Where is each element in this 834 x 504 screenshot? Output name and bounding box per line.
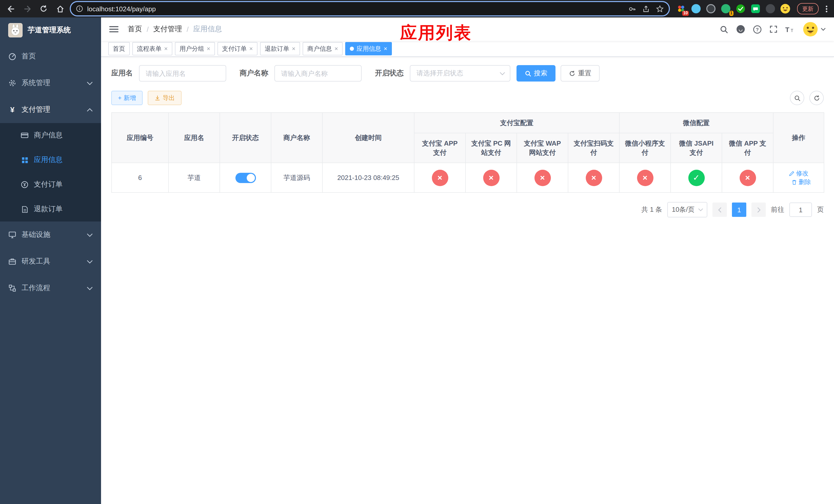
refresh-icon: [813, 95, 820, 101]
next-page-button[interactable]: [751, 203, 766, 217]
cell-actions: 修改 删除: [773, 163, 824, 192]
search-button[interactable]: 搜索: [517, 65, 555, 82]
col-header-wechat-jsapi: 微信 JSAPI 支付: [671, 133, 722, 163]
close-icon[interactable]: ×: [292, 46, 295, 52]
page-content: 应用名 商户名称 开启状态 请选择开启状态: [101, 57, 834, 504]
goto-page-input[interactable]: [789, 203, 812, 217]
browser-back-button[interactable]: [5, 3, 16, 14]
cell-app-id: 6: [112, 163, 169, 192]
close-icon[interactable]: ×: [334, 46, 338, 52]
collapse-sidebar-icon[interactable]: [109, 26, 118, 32]
extension-puzzle-icon[interactable]: [765, 4, 775, 14]
app-name-label: 应用名: [111, 69, 133, 78]
prev-page-button[interactable]: [712, 203, 727, 217]
app-logo: [8, 23, 23, 38]
card-icon: [21, 131, 29, 139]
browser-reload-button[interactable]: [38, 3, 49, 14]
status-select-placeholder: 请选择开启状态: [416, 69, 463, 78]
password-key-icon[interactable]: [628, 5, 636, 13]
breadcrumb-home[interactable]: 首页: [128, 25, 142, 34]
app-logo-row: 芋道管理系统: [0, 18, 101, 43]
tab-user-group[interactable]: 用户分组 ×: [175, 42, 215, 55]
goto-prefix: 前往: [771, 205, 784, 214]
svg-text:T: T: [791, 28, 793, 33]
extension-colors-icon[interactable]: 10: [676, 4, 686, 14]
share-icon[interactable]: [642, 5, 650, 13]
merchant-name-input[interactable]: [275, 65, 361, 82]
svg-text:T: T: [785, 26, 789, 33]
status-toggle[interactable]: [235, 173, 256, 183]
browser-extensions-area: 10 1 更新: [674, 3, 829, 14]
col-header-app-id: 应用编号: [112, 113, 169, 163]
sidebar-item-dev-tools[interactable]: 研发工具: [0, 248, 101, 275]
sidebar-item-refund-orders[interactable]: 退款订单: [0, 197, 101, 222]
refresh-table-button[interactable]: [809, 91, 824, 105]
sidebar-item-label: 退款订单: [34, 205, 63, 214]
app-title: 芋道管理系统: [28, 26, 71, 35]
close-icon[interactable]: ×: [384, 46, 387, 52]
browser-update-button[interactable]: 更新: [797, 3, 819, 14]
col-header-created: 创建时间: [322, 113, 414, 163]
yen-icon: ¥: [8, 106, 16, 114]
chevron-down-icon: [821, 28, 826, 31]
extension-check-icon[interactable]: [736, 4, 746, 14]
status-select[interactable]: 请选择开启状态: [410, 65, 510, 82]
chevron-down-icon: [87, 81, 93, 85]
sidebar-item-payment[interactable]: ¥ 支付管理: [0, 96, 101, 123]
header-search-icon[interactable]: [720, 25, 728, 33]
tab-payment-orders[interactable]: 支付订单 ×: [218, 42, 258, 55]
refresh-icon: [569, 70, 575, 77]
address-bar[interactable]: localhost:1024/pay/app: [70, 1, 670, 17]
browser-menu-icon[interactable]: [824, 5, 829, 12]
fullscreen-icon[interactable]: [769, 25, 777, 33]
bookmark-star-icon[interactable]: [656, 5, 664, 13]
site-info-icon[interactable]: [76, 5, 83, 12]
pagination: 共 1 条 10条/页 1 前往 页: [111, 202, 824, 217]
sidebar-item-infrastructure[interactable]: 基础设施: [0, 222, 101, 248]
document-icon: [21, 205, 29, 213]
chevron-up-icon: [87, 108, 93, 112]
close-icon[interactable]: ×: [249, 46, 253, 52]
reset-button[interactable]: 重置: [561, 65, 599, 82]
tab-process-form[interactable]: 流程表单 ×: [132, 42, 172, 55]
close-icon[interactable]: ×: [207, 46, 210, 52]
plus-icon: +: [118, 94, 122, 101]
extension-ring-icon[interactable]: [706, 4, 716, 14]
font-size-icon[interactable]: TT: [785, 25, 795, 33]
browser-home-button[interactable]: [54, 3, 66, 14]
user-avatar[interactable]: [803, 22, 826, 37]
breadcrumb-payment[interactable]: 支付管理: [153, 25, 182, 34]
github-icon[interactable]: [736, 25, 745, 34]
extension-chat-icon[interactable]: [750, 4, 761, 14]
add-button[interactable]: + 新增: [111, 91, 142, 105]
sidebar-item-system[interactable]: 系统管理: [0, 70, 101, 96]
sidebar-item-app-info[interactable]: 应用信息: [0, 148, 101, 172]
tab-home[interactable]: 首页: [108, 42, 130, 55]
toggle-search-button[interactable]: [790, 91, 804, 105]
close-icon[interactable]: ×: [164, 46, 168, 52]
help-icon[interactable]: ?: [753, 25, 762, 33]
profile-avatar-icon[interactable]: [780, 4, 790, 14]
page-size-select[interactable]: 10条/页: [667, 202, 707, 217]
extension-drop-icon[interactable]: [691, 4, 701, 14]
browser-forward-button[interactable]: [22, 3, 33, 14]
sidebar-item-payment-orders[interactable]: 支付订单: [0, 172, 101, 197]
url-text: localhost:1024/pay/app: [87, 5, 624, 13]
export-button[interactable]: 导出: [148, 91, 181, 105]
sidebar-item-workflow[interactable]: 工作流程: [0, 275, 101, 301]
sidebar-item-home[interactable]: 首页: [0, 43, 101, 70]
app-name-input[interactable]: [139, 65, 226, 82]
col-header-app-name: 应用名: [169, 113, 220, 163]
tab-refund-orders[interactable]: 退款订单 ×: [260, 42, 300, 55]
delete-link[interactable]: 删除: [791, 178, 811, 186]
col-header-status: 开启状态: [220, 113, 271, 163]
tab-app-info[interactable]: 应用信息 ×: [345, 42, 392, 55]
workflow-icon: [8, 284, 16, 292]
edit-link[interactable]: 修改: [789, 169, 808, 178]
extension-avatar-icon[interactable]: 1: [721, 4, 731, 14]
tab-merchant-info[interactable]: 商户信息 ×: [303, 42, 343, 55]
page-number-1[interactable]: 1: [732, 203, 746, 217]
sidebar-item-merchant-info[interactable]: 商户信息: [0, 123, 101, 148]
sidebar-item-label: 首页: [22, 52, 36, 61]
alipay-pc-status-icon: ×: [483, 169, 499, 186]
